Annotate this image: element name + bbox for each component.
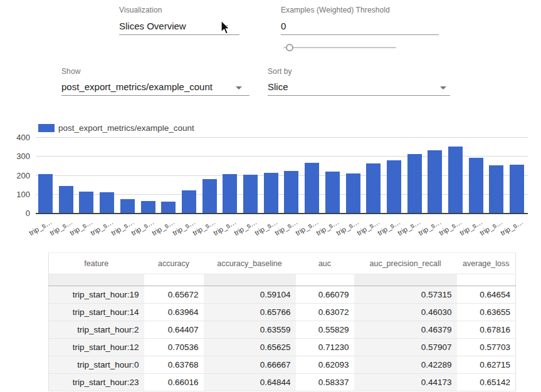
gridline: [36, 137, 528, 138]
bar[interactable]: [305, 163, 319, 213]
metric-cell: 0.62715: [457, 356, 516, 374]
bar[interactable]: [141, 201, 155, 213]
x-tick-label: trip_s…: [335, 218, 360, 237]
x-tick-label: trip_s…: [294, 218, 319, 237]
table-filter-row: [49, 274, 516, 286]
y-tick-label: 400: [5, 133, 30, 142]
x-tick-label: trip_s…: [376, 218, 401, 237]
filter-cell: [457, 274, 516, 286]
x-tick-label: trip_s…: [438, 218, 463, 237]
column-header-accuracy: accuracy: [144, 253, 204, 274]
y-tick-label: 100: [5, 190, 30, 199]
feature-cell: trip_start_hour:14: [49, 304, 144, 321]
bar[interactable]: [387, 160, 401, 213]
metric-cell: 0.65672: [144, 286, 204, 304]
bar[interactable]: [510, 165, 524, 213]
bar[interactable]: [161, 202, 176, 213]
bar[interactable]: [264, 173, 278, 213]
x-tick-label: trip_s…: [69, 218, 94, 237]
metric-cell: 0.46030: [354, 304, 457, 321]
bar[interactable]: [469, 158, 483, 213]
bar[interactable]: [284, 171, 298, 213]
sort-by-label: Sort by: [268, 67, 292, 76]
bar[interactable]: [100, 192, 114, 213]
metric-cell: 0.66016: [144, 374, 204, 391]
metrics-table: featureaccuracyaccuracy_baselineaucauc_p…: [48, 252, 516, 391]
x-axis-labels: trip_s…trip_s…trip_s…trip_s…trip_s…trip_…: [0, 0, 541, 38]
bar[interactable]: [325, 172, 340, 213]
x-tick-label: trip_s…: [192, 218, 217, 237]
filter-cell: [204, 274, 296, 286]
metric-cell: 0.65625: [204, 339, 296, 356]
column-header-auc_precision_recall: auc_precision_recall: [354, 253, 457, 274]
sort-by-select[interactable]: Slice: [268, 81, 288, 92]
threshold-slider-track[interactable]: [283, 47, 396, 48]
show-select[interactable]: post_export_metrics/example_count: [61, 81, 213, 92]
threshold-slider-thumb[interactable]: [286, 44, 293, 51]
x-tick-label: trip_s…: [479, 218, 504, 237]
metric-cell: 0.42289: [354, 356, 457, 374]
column-header-auc: auc: [296, 253, 354, 274]
x-tick-label: trip_s…: [253, 218, 278, 237]
feature-cell: trip_start_hour:2: [49, 321, 144, 339]
metric-cell: 0.46379: [354, 321, 457, 339]
bar[interactable]: [346, 173, 360, 213]
bar[interactable]: [243, 175, 258, 213]
metric-cell: 0.71230: [296, 339, 354, 356]
metric-cell: 0.58337: [296, 374, 354, 391]
x-axis-line: [36, 213, 528, 214]
bar[interactable]: [448, 147, 463, 213]
table-row[interactable]: trip_start_hour:20.644070.635590.558290.…: [49, 321, 516, 339]
table-header-row: featureaccuracyaccuracy_baselineaucauc_p…: [49, 253, 516, 274]
bar[interactable]: [182, 190, 196, 213]
chevron-down-icon[interactable]: [236, 86, 242, 90]
y-tick-label: 0: [5, 209, 30, 218]
metric-cell: 0.57315: [354, 286, 457, 304]
table-row[interactable]: trip_start_hour:190.656720.591040.660790…: [49, 286, 516, 304]
bar[interactable]: [223, 174, 237, 213]
feature-cell: trip_start_hour:0: [49, 356, 144, 374]
metric-cell: 0.67816: [457, 321, 516, 339]
bar[interactable]: [38, 174, 53, 213]
table-row[interactable]: trip_start_hour:120.705360.656250.712300…: [49, 339, 516, 356]
metric-cell: 0.63964: [144, 304, 204, 321]
bar[interactable]: [428, 150, 442, 213]
x-tick-label: trip_s…: [150, 218, 176, 237]
bar[interactable]: [489, 165, 503, 213]
table-row[interactable]: trip_start_hour:00.637680.666670.620930.…: [49, 356, 516, 374]
bar[interactable]: [366, 163, 381, 213]
bar[interactable]: [79, 192, 93, 213]
filter-cell: [354, 274, 457, 286]
column-header-feature: feature: [49, 253, 144, 274]
sort-by-underline: [268, 95, 450, 96]
x-tick-label: trip_s…: [212, 218, 237, 237]
metric-cell: 0.63655: [457, 304, 516, 321]
legend-label: post_export_metrics/example_count: [58, 123, 194, 133]
metric-cell: 0.65142: [457, 374, 516, 391]
bar[interactable]: [59, 186, 73, 213]
x-tick-label: trip_s…: [171, 218, 196, 237]
feature-cell: trip_start_hour:12: [49, 339, 144, 356]
x-tick-label: trip_s…: [28, 218, 53, 237]
legend-swatch: [38, 124, 55, 132]
bar[interactable]: [202, 179, 217, 213]
metric-cell: 0.63768: [144, 356, 204, 374]
metric-cell: 0.44173: [354, 374, 457, 391]
table-row[interactable]: trip_start_hour:230.660160.648440.583370…: [49, 374, 516, 391]
x-tick-label: trip_s…: [458, 218, 483, 237]
filter-cell: [144, 274, 204, 286]
chevron-down-icon[interactable]: [440, 86, 446, 90]
metric-cell: 0.57703: [457, 339, 516, 356]
table-row[interactable]: trip_start_hour:140.639640.657660.630720…: [49, 304, 516, 321]
metric-cell: 0.66667: [204, 356, 296, 374]
x-tick-label: trip_s…: [233, 218, 258, 237]
metric-cell: 0.65766: [204, 304, 296, 321]
filter-cell: [296, 274, 354, 286]
metric-cell: 0.59104: [204, 286, 296, 304]
feature-cell: trip_start_hour:19: [49, 286, 144, 304]
y-tick-label: 300: [5, 152, 30, 161]
x-tick-label: trip_s…: [89, 218, 114, 237]
bar[interactable]: [120, 199, 135, 213]
x-tick-label: trip_s…: [48, 218, 73, 237]
bar[interactable]: [407, 154, 422, 213]
